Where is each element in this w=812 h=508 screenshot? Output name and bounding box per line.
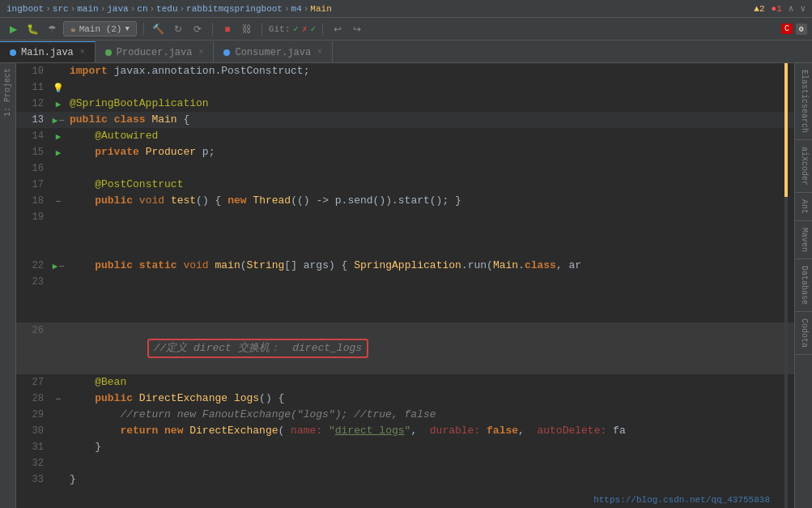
line-num-27: 27: [16, 374, 50, 391]
line-20: [16, 225, 794, 241]
run-gutter-12[interactable]: ▶: [56, 99, 62, 109]
redo-button[interactable]: ↪: [349, 21, 365, 37]
line-content-30: return new DirectExchange( name: "direct…: [66, 423, 794, 439]
line-num-23: 23: [16, 274, 50, 290]
line-num-22: 22: [16, 258, 50, 274]
line-num-28: 28: [16, 391, 50, 407]
breadcrumb-ingboot[interactable]: ingboot: [6, 4, 44, 14]
tabs-bar: Main.java × Producer.java × Consumer.jav…: [0, 41, 812, 63]
tab-consumer-dot: [223, 49, 230, 56]
run-gutter-22[interactable]: ▶: [53, 261, 58, 271]
git-x-icon[interactable]: ✗: [302, 23, 308, 34]
line-num-20: [16, 225, 50, 241]
breadcrumb-src[interactable]: src: [53, 4, 69, 14]
breadcrumb-main[interactable]: main: [77, 4, 98, 14]
line-12: 12 ▶ @SpringBootApplication: [16, 96, 794, 112]
breadcrumb-java[interactable]: java: [107, 4, 128, 14]
line-num-18: 18: [16, 193, 50, 209]
tab-main-close[interactable]: ×: [80, 48, 85, 57]
run-gutter-14[interactable]: ▶: [56, 131, 62, 142]
tab-main[interactable]: Main.java ×: [0, 41, 96, 62]
line-num-12: 12: [16, 96, 50, 112]
dropdown-icon: ▼: [125, 25, 129, 33]
run-config-label: Main (2): [79, 24, 122, 34]
update-button[interactable]: ⟳: [189, 21, 206, 37]
run-gutter-15[interactable]: ▶: [56, 147, 62, 158]
line-28: 28 — public DirectExchange logs() {: [16, 391, 794, 407]
tab-main-dot: [10, 49, 16, 56]
breadcrumb-m4[interactable]: m4: [291, 4, 302, 14]
right-panel-ant[interactable]: Ant: [795, 193, 812, 221]
line-content-18: public void test() { new Thread(() -> p.…: [66, 193, 794, 209]
line-num-15: 15: [16, 144, 50, 160]
chevron-down-icon[interactable]: ∨: [800, 3, 806, 14]
sidebar-project-label[interactable]: 1: Project: [3, 68, 12, 117]
git-check-icon[interactable]: ✓: [293, 23, 299, 34]
git-check2-icon[interactable]: ✓: [311, 23, 317, 34]
line-13: 13 ▶— public class Main {: [16, 112, 794, 128]
line-num-31: 31: [16, 439, 50, 455]
attach-button[interactable]: ⛓: [239, 21, 255, 37]
line-num-17: 17: [16, 177, 50, 193]
git-area: Git: ✓ ✗ ✓: [269, 23, 316, 34]
reload-button[interactable]: ↻: [170, 21, 186, 37]
line-num-14: 14: [16, 128, 50, 144]
line-content-17: @PostConstruct: [66, 177, 794, 193]
expand-gutter-18[interactable]: —: [56, 197, 61, 206]
line-content-11: [66, 79, 794, 96]
right-panel-maven[interactable]: Maven: [795, 221, 812, 259]
breadcrumb-rabbitmq[interactable]: rabbitmqspringboot: [186, 4, 283, 14]
line-19: 19: [16, 209, 794, 225]
debug-button[interactable]: 🐛: [24, 21, 40, 37]
line-num-32: 32: [16, 455, 50, 472]
line-27: 27 @Bean: [16, 374, 794, 391]
line-21: [16, 241, 794, 258]
code-editor[interactable]: 10 import javax.annotation.PostConstruct…: [16, 63, 794, 508]
run-button[interactable]: ▶: [5, 21, 21, 37]
line-num-11: 11: [16, 79, 50, 96]
line-content-19: [66, 209, 794, 225]
line-num-30: 30: [16, 423, 50, 439]
line-content-31: }: [66, 439, 794, 455]
lightbulb-icon[interactable]: 💡: [53, 83, 64, 93]
run-config-selector[interactable]: ☕ Main (2) ▼: [63, 21, 137, 36]
expand-gutter-22[interactable]: —: [59, 262, 64, 271]
watermark: https://blog.csdn.net/qq_43755838: [593, 495, 770, 505]
line-24: [16, 290, 794, 306]
tab-consumer-close[interactable]: ×: [317, 48, 322, 57]
line-num-29: 29: [16, 407, 50, 423]
expand-gutter-28[interactable]: —: [56, 395, 61, 403]
line-31: 31 }: [16, 439, 794, 455]
line-14: 14 ▶ @Autowired: [16, 128, 794, 144]
expand-gutter-13[interactable]: —: [59, 116, 64, 125]
line-content-14: @Autowired: [66, 128, 794, 144]
ide-window: ingboot › src › main › java › cn › tedu …: [0, 0, 812, 508]
tab-main-label: Main.java: [21, 47, 74, 58]
line-16: 16: [16, 160, 794, 177]
build-button[interactable]: 🔨: [151, 21, 167, 37]
line-num-19: 19: [16, 209, 50, 225]
csdn-logo: C: [781, 23, 793, 34]
run-bar: ▶ 🐛 ☂ ☕ Main (2) ▼ 🔨 ↻ ⟳ ■ ⛓ Git: ✓ ✗ ✓ …: [0, 18, 812, 41]
breadcrumb-tedu[interactable]: tedu: [156, 4, 177, 14]
tab-consumer[interactable]: Consumer.java ×: [214, 41, 333, 62]
line-18: 18 — public void test() { new Thread(() …: [16, 193, 794, 209]
right-panel-aixcoder[interactable]: aiXcoder: [795, 140, 812, 193]
right-panel-database[interactable]: Database: [795, 259, 812, 312]
tab-producer-label: Producer.java: [117, 47, 193, 58]
tab-producer[interactable]: Producer.java ×: [96, 41, 215, 62]
right-panel-codota[interactable]: Codota: [795, 312, 812, 355]
run-gutter-13[interactable]: ▶: [53, 115, 58, 126]
breadcrumb-cn[interactable]: cn: [137, 4, 147, 14]
warning-circle: ●1: [772, 4, 782, 14]
undo-button[interactable]: ↩: [329, 21, 346, 37]
warning-triangle: ▲2: [754, 4, 764, 14]
tab-producer-close[interactable]: ×: [198, 48, 203, 57]
line-17: 17 @PostConstruct: [16, 177, 794, 193]
chevron-up-icon[interactable]: ∧: [789, 3, 794, 14]
stop-button[interactable]: ■: [219, 21, 236, 37]
coverage-button[interactable]: ☂: [44, 21, 60, 37]
line-content-10: import javax.annotation.PostConstruct;: [66, 63, 794, 79]
right-panel-elasticsearch[interactable]: Elasticsearch: [795, 63, 812, 140]
line-content-13: public class Main {: [66, 112, 794, 128]
